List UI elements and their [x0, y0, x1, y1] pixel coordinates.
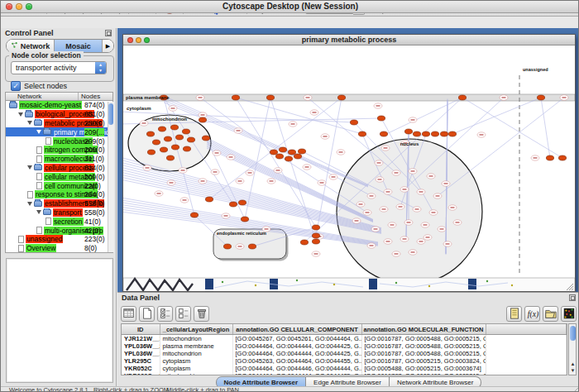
selected-gene-node[interactable]	[404, 129, 412, 134]
selected-gene-node[interactable]	[183, 146, 190, 151]
mosaic-matrix-icon[interactable]	[561, 306, 577, 322]
selected-gene-node[interactable]	[448, 131, 456, 136]
selected-gene-node[interactable]	[337, 95, 345, 100]
tree-row-multi-organism-pro[interactable]: multi-organism pro42(0)	[6, 226, 112, 235]
selected-gene-node[interactable]	[380, 131, 387, 136]
selected-gene-node[interactable]	[147, 150, 155, 155]
tree-row-nitrogen-compou[interactable]: nitrogen compou209(0)	[6, 146, 112, 155]
selected-gene-node[interactable]	[377, 116, 385, 121]
column-header--cellularlayoutregion[interactable]: _cellularLayoutRegion	[160, 324, 232, 335]
table-scrollbar[interactable]: ▲ ▼	[568, 323, 577, 375]
more-tabs-icon[interactable]: ▶	[103, 40, 113, 52]
import-attributes-icon[interactable]	[506, 306, 522, 322]
selected-gene-node[interactable]	[164, 136, 171, 141]
selected-gene-node[interactable]	[166, 155, 174, 160]
selected-gene-node[interactable]	[294, 154, 301, 159]
selected-gene-node[interactable]	[152, 140, 160, 145]
table-row[interactable]: YDR039C__1mitochondrion[GO:0044464, GO:0…	[122, 372, 567, 375]
new-attribute-icon[interactable]	[139, 306, 155, 322]
selected-gene-node[interactable]	[431, 131, 438, 136]
tree-scrollbar[interactable]	[108, 102, 114, 252]
tab-network[interactable]: Network	[7, 40, 55, 52]
selected-gene-node[interactable]	[279, 147, 286, 152]
tree-row-biological-process[interactable]: biological_process651(0)	[6, 110, 112, 119]
selected-gene-node[interactable]	[205, 197, 213, 202]
scroll-up-icon[interactable]: ▲	[570, 361, 576, 367]
selected-gene-node[interactable]	[422, 131, 429, 136]
disclosure-triangle-icon[interactable]	[27, 121, 32, 125]
selected-gene-node[interactable]	[350, 120, 357, 125]
tree-row-secretion[interactable]: secretion41(0)	[6, 217, 112, 226]
selected-gene-node[interactable]	[413, 131, 420, 136]
unselect-attributes-icon[interactable]	[175, 306, 191, 322]
column-header-annotation-go-molecular-function[interactable]: annotation.GO MOLECULAR_FUNCTION	[361, 324, 486, 335]
data-panel-float-icon[interactable]	[569, 294, 576, 301]
selected-gene-node[interactable]	[537, 95, 544, 100]
resize-grip[interactable]	[572, 387, 579, 392]
column-header-annotation-go-cellular-component[interactable]: annotation.GO CELLULAR_COMPONENT	[232, 324, 361, 335]
table-row[interactable]: YPL036W__2plasma membrane[GO:0044464, GO…	[122, 342, 567, 350]
node-color-dropdown[interactable]: transporter activity ▲▼	[11, 61, 107, 74]
tree-row-nucleobase-[interactable]: nucleobase-209(0)	[6, 136, 112, 146]
selected-gene-node[interactable]	[170, 125, 178, 130]
tab-mosaic[interactable]: Mosaic	[55, 40, 103, 52]
selected-gene-node[interactable]	[300, 240, 308, 245]
tree-row-establishment-of-lo[interactable]: establishment of lo558(0)	[6, 199, 112, 208]
tree-row-cellular-metabol[interactable]: cellular metabol209(0)	[6, 172, 112, 181]
tree-scrollbar-thumb[interactable]	[108, 103, 113, 125]
selected-gene-node[interactable]	[190, 213, 198, 218]
selected-gene-node[interactable]	[312, 233, 319, 238]
selected-gene-node[interactable]	[182, 129, 189, 134]
selected-gene-node[interactable]	[358, 131, 366, 136]
selected-gene-node[interactable]	[175, 135, 183, 140]
selected-gene-node[interactable]	[312, 239, 319, 244]
disclosure-triangle-icon[interactable]	[27, 165, 32, 170]
select-attributes-icon[interactable]	[157, 306, 173, 322]
selected-gene-node[interactable]	[546, 155, 553, 160]
selected-gene-node[interactable]	[248, 244, 256, 249]
selected-gene-node[interactable]	[298, 149, 305, 154]
selected-gene-node[interactable]	[158, 127, 165, 131]
selected-gene-node[interactable]	[223, 244, 231, 249]
birdseye-view[interactable]	[6, 258, 113, 383]
table-row[interactable]: YLR295Ccytoplasm[GO:0045263, GO:0044464,…	[122, 357, 567, 365]
selected-gene-node[interactable]	[288, 150, 295, 155]
network-canvas[interactable]: plasma membranecytoplasmmitochondrionnuc…	[123, 45, 575, 291]
tree-row-transport[interactable]: transport558(0)	[6, 208, 112, 218]
tree-row-mosaic-demo-yeast[interactable]: mosaic-demo-yeast874(0)	[6, 101, 112, 110]
tree-row-metabolic-process[interactable]: metabolic process280(0)	[6, 119, 112, 128]
selected-gene-node[interactable]	[199, 117, 206, 122]
tree-row-overview[interactable]: Overview8(0)	[6, 244, 112, 253]
attribute-matrix-icon[interactable]	[121, 306, 136, 322]
selected-gene-node[interactable]	[238, 200, 246, 205]
disclosure-triangle-icon[interactable]	[27, 202, 32, 206]
tree-row-cellular-process[interactable]: cellular process614(0)	[6, 164, 112, 173]
selected-gene-node[interactable]	[458, 95, 466, 100]
disclosure-triangle-icon[interactable]	[18, 112, 23, 117]
scroll-down-icon[interactable]: ▼	[570, 367, 576, 374]
selected-gene-node[interactable]	[229, 202, 237, 207]
selected-gene-node[interactable]	[146, 131, 154, 136]
selected-gene-node[interactable]	[270, 150, 277, 155]
load-attributes-icon[interactable]	[543, 306, 558, 322]
tree-header-network[interactable]: Network	[6, 93, 79, 100]
selected-gene-node[interactable]	[275, 154, 283, 159]
formula-builder-icon[interactable]: f(x)	[524, 306, 540, 322]
selected-gene-node[interactable]	[187, 137, 194, 142]
tree-header-nodes[interactable]: Nodes	[79, 93, 112, 100]
table-row[interactable]: YKR052Ccytoplasm[GO:0044464, GO:0044446,…	[122, 365, 567, 372]
tree-row-cell-communicati[interactable]: cell communicati22(0)	[6, 181, 112, 190]
selected-gene-node[interactable]	[241, 217, 248, 222]
selected-gene-node[interactable]	[171, 145, 179, 150]
delete-attribute-icon[interactable]	[194, 306, 209, 322]
tree-row-primary-metabolic[interactable]: primary metabolic209(...	[6, 127, 112, 136]
selected-gene-node[interactable]	[160, 147, 167, 152]
disclosure-triangle-icon[interactable]	[36, 210, 41, 214]
tree-row-response-to-stimulu[interactable]: response to stimulu264(0)	[6, 190, 112, 199]
float-panel-icon[interactable]	[105, 30, 112, 36]
selected-gene-node[interactable]	[232, 95, 239, 100]
selected-gene-node[interactable]	[558, 155, 566, 160]
column-header-id[interactable]: ID	[122, 324, 160, 335]
disclosure-triangle-icon[interactable]	[36, 130, 41, 134]
selected-gene-node[interactable]	[440, 131, 447, 136]
